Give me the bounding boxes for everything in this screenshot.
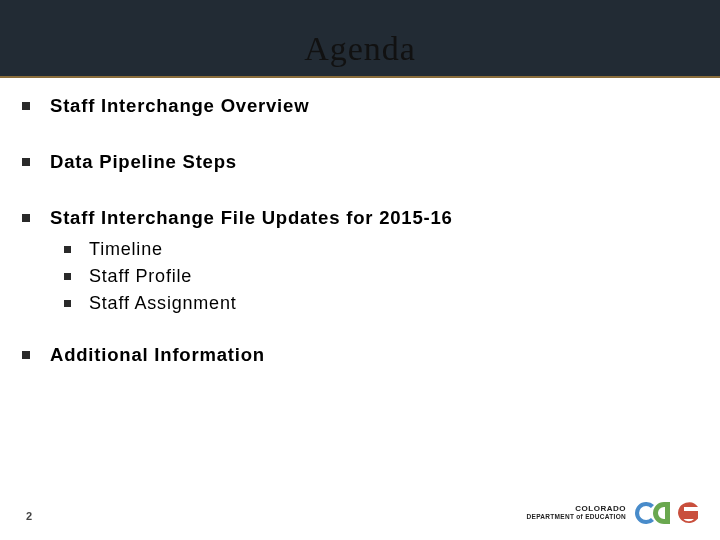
sub-bullet-text: Staff Profile: [89, 266, 192, 287]
bullet-item: Additional Information: [22, 344, 698, 366]
bullet-text: Staff Interchange File Updates for 2015-…: [50, 207, 453, 229]
square-bullet-icon: [22, 158, 30, 166]
logo-line1: COLORADO: [527, 505, 626, 513]
bullet-item: Staff Interchange Overview: [22, 95, 698, 117]
slide-title: Agenda: [0, 30, 720, 68]
cde-mark-icon: [632, 498, 698, 528]
sub-bullet-item: Staff Assignment: [64, 293, 698, 314]
logo-line2: DEPARTMENT of EDUCATION: [527, 514, 626, 521]
square-bullet-icon: [64, 273, 71, 280]
sub-bullet-item: Staff Profile: [64, 266, 698, 287]
square-bullet-icon: [64, 246, 71, 253]
bullet-item: Staff Interchange File Updates for 2015-…: [22, 207, 698, 229]
square-bullet-icon: [22, 351, 30, 359]
sub-bullet-text: Staff Assignment: [89, 293, 237, 314]
slide-content: Staff Interchange Overview Data Pipeline…: [22, 95, 698, 400]
bullet-text: Additional Information: [50, 344, 265, 366]
logo-text: COLORADO DEPARTMENT of EDUCATION: [527, 505, 626, 521]
sub-bullet-list: Timeline Staff Profile Staff Assignment: [64, 239, 698, 314]
bullet-text: Staff Interchange Overview: [50, 95, 309, 117]
square-bullet-icon: [64, 300, 71, 307]
square-bullet-icon: [22, 214, 30, 222]
cde-logo: COLORADO DEPARTMENT of EDUCATION: [527, 498, 698, 528]
square-bullet-icon: [22, 102, 30, 110]
page-number: 2: [26, 510, 32, 522]
sub-bullet-text: Timeline: [89, 239, 163, 260]
bullet-text: Data Pipeline Steps: [50, 151, 237, 173]
bullet-item: Data Pipeline Steps: [22, 151, 698, 173]
sub-bullet-item: Timeline: [64, 239, 698, 260]
